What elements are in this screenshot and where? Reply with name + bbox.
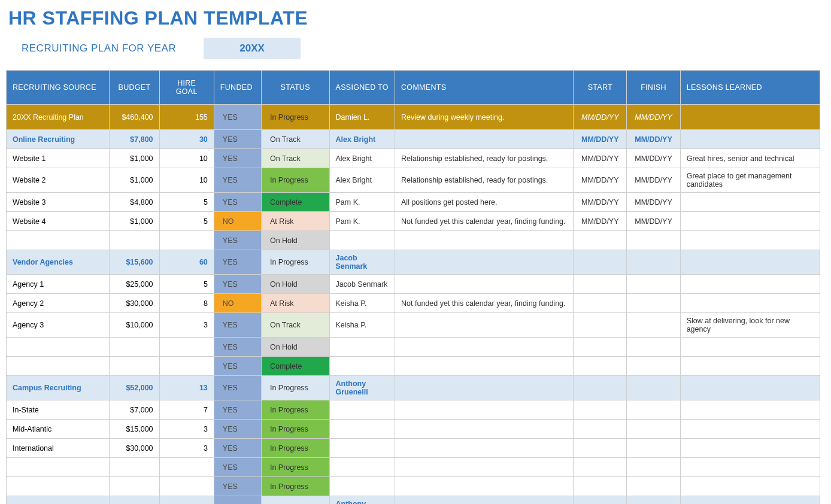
cell-hire[interactable] — [159, 338, 214, 357]
cell-finish[interactable]: MM/DD/YY — [627, 168, 680, 193]
cell-budget[interactable]: $30,000 — [110, 439, 159, 458]
cell-source[interactable] — [7, 357, 110, 376]
cell-funded[interactable]: YES — [214, 496, 261, 505]
cell-funded[interactable]: YES — [214, 130, 261, 149]
cell-finish[interactable]: MM/DD/YY — [627, 130, 680, 149]
cell-finish[interactable] — [627, 294, 680, 313]
cell-funded[interactable]: YES — [214, 420, 261, 439]
cell-budget[interactable]: $1,000 — [110, 149, 159, 168]
cell-funded[interactable]: YES — [214, 313, 261, 338]
cell-lessons[interactable]: Slow at delivering, look for new agency — [680, 313, 820, 338]
cell-hire[interactable]: 60 — [159, 250, 214, 275]
cell-hire[interactable]: 3 — [159, 420, 214, 439]
cell-comments[interactable] — [395, 357, 574, 376]
cell-source[interactable]: Website 2 — [7, 168, 110, 193]
cell-funded[interactable]: YES — [214, 105, 261, 130]
cell-budget[interactable]: $7,800 — [110, 130, 159, 149]
cell-finish[interactable]: MM/DD/YY — [627, 149, 680, 168]
cell-finish[interactable] — [627, 231, 680, 250]
cell-finish[interactable] — [627, 376, 680, 400]
cell-lessons[interactable] — [680, 477, 820, 496]
cell-assigned[interactable]: Keisha P. — [329, 313, 395, 338]
cell-comments[interactable]: Relationship established, ready for post… — [395, 168, 574, 193]
cell-start[interactable] — [574, 376, 627, 400]
cell-status[interactable]: In Progress — [261, 168, 329, 193]
cell-start[interactable]: MM/DD/YY — [574, 105, 627, 130]
cell-source[interactable] — [7, 338, 110, 357]
cell-comments[interactable] — [395, 420, 574, 439]
cell-assigned[interactable] — [329, 400, 395, 420]
cell-hire[interactable] — [159, 477, 214, 496]
cell-comments[interactable] — [395, 477, 574, 496]
cell-funded[interactable]: YES — [214, 439, 261, 458]
cell-source[interactable]: Website 1 — [7, 149, 110, 168]
cell-budget[interactable]: $4,800 — [110, 193, 159, 212]
cell-assigned[interactable]: Damien L. — [329, 105, 395, 130]
cell-source[interactable]: Vendor Agencies — [7, 250, 110, 275]
cell-status[interactable]: At Risk — [261, 212, 329, 231]
cell-source[interactable]: Agency 2 — [7, 294, 110, 313]
cell-finish[interactable] — [627, 275, 680, 294]
cell-funded[interactable]: YES — [214, 338, 261, 357]
cell-budget[interactable]: $25,000 — [110, 275, 159, 294]
cell-source[interactable]: Website 3 — [7, 193, 110, 212]
cell-start[interactable] — [574, 294, 627, 313]
cell-comments[interactable] — [395, 275, 574, 294]
cell-lessons[interactable] — [680, 250, 820, 275]
cell-source[interactable]: Mid-Atlantic — [7, 420, 110, 439]
cell-assigned[interactable] — [329, 231, 395, 250]
cell-budget[interactable]: $7,000 — [110, 400, 159, 420]
cell-start[interactable]: MM/DD/YY — [574, 130, 627, 149]
cell-start[interactable] — [574, 250, 627, 275]
cell-source[interactable] — [7, 477, 110, 496]
cell-finish[interactable] — [627, 338, 680, 357]
cell-finish[interactable] — [627, 313, 680, 338]
cell-status[interactable]: Complete — [261, 357, 329, 376]
cell-budget[interactable]: $52,000 — [110, 376, 159, 400]
cell-lessons[interactable] — [680, 338, 820, 357]
cell-status[interactable]: In Progress — [261, 105, 329, 130]
cell-start[interactable] — [574, 439, 627, 458]
cell-hire[interactable]: 5 — [159, 212, 214, 231]
cell-funded[interactable]: YES — [214, 168, 261, 193]
cell-finish[interactable]: MM/DD/YY — [627, 105, 680, 130]
cell-status[interactable]: In Progress — [261, 458, 329, 477]
cell-status[interactable]: In Progress — [261, 376, 329, 400]
cell-lessons[interactable] — [680, 294, 820, 313]
cell-comments[interactable] — [395, 376, 574, 400]
cell-funded[interactable]: YES — [214, 231, 261, 250]
cell-comments[interactable]: Relationship established, ready for post… — [395, 149, 574, 168]
cell-lessons[interactable] — [680, 420, 820, 439]
cell-start[interactable] — [574, 400, 627, 420]
cell-hire[interactable] — [159, 458, 214, 477]
cell-budget[interactable]: $10,000 — [110, 496, 159, 505]
cell-assigned[interactable]: Alex Bright — [329, 149, 395, 168]
cell-comments[interactable] — [395, 313, 574, 338]
cell-source[interactable]: Agency 1 — [7, 275, 110, 294]
cell-lessons[interactable] — [680, 193, 820, 212]
cell-source[interactable]: Agency 3 — [7, 313, 110, 338]
cell-start[interactable] — [574, 275, 627, 294]
cell-finish[interactable] — [627, 250, 680, 275]
cell-finish[interactable] — [627, 357, 680, 376]
cell-start[interactable] — [574, 458, 627, 477]
cell-assigned[interactable] — [329, 420, 395, 439]
cell-status[interactable]: In Progress — [261, 400, 329, 420]
cell-finish[interactable] — [627, 477, 680, 496]
cell-lessons[interactable] — [680, 212, 820, 231]
cell-funded[interactable]: YES — [214, 458, 261, 477]
cell-hire[interactable]: 3 — [159, 439, 214, 458]
cell-funded[interactable]: YES — [214, 357, 261, 376]
cell-lessons[interactable] — [680, 231, 820, 250]
cell-comments[interactable] — [395, 338, 574, 357]
cell-hire[interactable]: 8 — [159, 294, 214, 313]
cell-start[interactable]: MM/DD/YY — [574, 168, 627, 193]
cell-status[interactable]: Complete — [261, 193, 329, 212]
cell-budget[interactable] — [110, 477, 159, 496]
cell-assigned[interactable]: Alex Bright — [329, 168, 395, 193]
cell-source[interactable]: Website 4 — [7, 212, 110, 231]
cell-comments[interactable] — [395, 458, 574, 477]
cell-status[interactable]: On Track — [261, 130, 329, 149]
cell-budget[interactable]: $1,000 — [110, 212, 159, 231]
cell-funded[interactable]: YES — [214, 250, 261, 275]
